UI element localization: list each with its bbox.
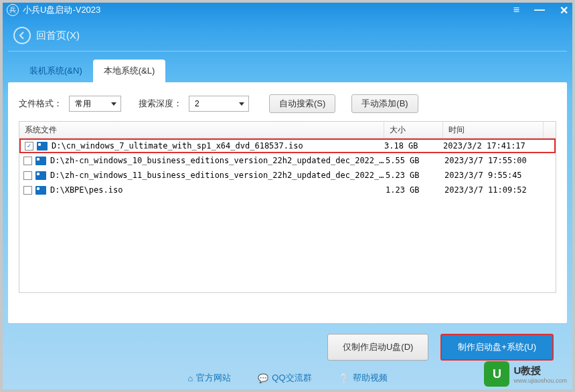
manual-add-button[interactable]: 手动添加(B) xyxy=(351,94,418,113)
home-icon: ⌂ xyxy=(187,373,193,383)
qq-label: QQ交流群 xyxy=(272,372,311,384)
table-body: D:\cn_windows_7_ultimate_with_sp1_x64_dv… xyxy=(19,138,556,292)
divider xyxy=(8,51,567,52)
row-checkbox[interactable] xyxy=(23,186,32,195)
depth-label: 搜索深度： xyxy=(139,98,182,110)
disk-icon xyxy=(35,186,46,195)
depth-value: 2 xyxy=(195,99,199,108)
watermark-badge: U xyxy=(484,361,509,387)
minimize-button[interactable]: — xyxy=(534,4,545,16)
file-path: D:\zh-cn_windows_10_business_editions_ve… xyxy=(50,156,386,165)
help-video-link[interactable]: ❔ 帮助视频 xyxy=(339,372,388,384)
table-row[interactable]: D:\XBPE\pes.iso1.23 GB2023/3/7 11:09:52 xyxy=(19,183,556,197)
help-icon: ❔ xyxy=(339,373,349,383)
file-path: D:\zh-cn_windows_11_business_editions_ve… xyxy=(50,171,386,180)
table-row[interactable]: D:\cn_windows_7_ultimate_with_sp1_x64_dv… xyxy=(19,138,556,153)
make-usb-only-button[interactable]: 仅制作启动U盘(D) xyxy=(327,334,428,361)
watermark-text-group: U教授 www.ujiaoshou.com xyxy=(513,365,567,384)
file-size: 5.23 GB xyxy=(386,171,444,180)
tab-local-system[interactable]: 本地系统(&L) xyxy=(93,60,166,82)
depth-select[interactable]: 2 xyxy=(189,96,249,112)
close-button[interactable]: ✕ xyxy=(560,4,568,17)
format-select[interactable]: 常用 xyxy=(69,96,121,112)
row-checkbox[interactable] xyxy=(25,142,33,151)
footer-buttons: 仅制作启动U盘(D) 制作启动盘+系统(U) xyxy=(8,323,567,361)
window-controls: ≡ — ✕ xyxy=(513,4,568,17)
panel: 文件格式： 常用 搜索深度： 2 自动搜索(S) 手动添加(B) 系统文件 大小… xyxy=(8,82,567,323)
format-value: 常用 xyxy=(75,98,91,110)
app-window: 兵 小兵U盘启动-V2023 ≡ — ✕ 回首页(X) 装机系统(&N) 本地系… xyxy=(0,0,575,392)
th-end xyxy=(544,122,556,138)
app-title: 小兵U盘启动-V2023 xyxy=(23,4,513,16)
file-path: D:\cn_windows_7_ultimate_with_sp1_x64_dv… xyxy=(52,141,384,151)
disk-icon xyxy=(35,157,46,165)
row-checkbox[interactable] xyxy=(23,171,32,180)
th-file[interactable]: 系统文件 xyxy=(19,122,384,138)
file-time: 2023/3/7 11:09:52 xyxy=(444,185,553,195)
auto-search-button[interactable]: 自动搜索(S) xyxy=(269,94,335,113)
menu-icon[interactable]: ≡ xyxy=(513,4,519,16)
table-row[interactable]: D:\zh-cn_windows_10_business_editions_ve… xyxy=(19,153,556,168)
file-time: 2023/3/2 17:41:17 xyxy=(443,141,552,151)
file-table: 系统文件 大小 时间 D:\cn_windows_7_ultimate_with… xyxy=(19,121,556,293)
disk-icon xyxy=(37,142,48,151)
site-label: 官方网站 xyxy=(196,372,231,384)
back-row: 回首页(X) xyxy=(0,20,575,44)
th-time[interactable]: 时间 xyxy=(443,122,544,138)
format-label: 文件格式： xyxy=(19,98,62,110)
watermark-url: www.ujiaoshou.com xyxy=(513,377,567,384)
tabs: 装机系统(&N) 本地系统(&L) xyxy=(19,60,567,82)
file-time: 2023/3/7 17:55:00 xyxy=(444,156,553,165)
make-usb-system-button[interactable]: 制作启动盘+系统(U) xyxy=(440,334,554,361)
file-size: 1.23 GB xyxy=(386,185,444,195)
content-area: 装机系统(&N) 本地系统(&L) 文件格式： 常用 搜索深度： 2 自动搜索(… xyxy=(8,60,567,361)
file-time: 2023/3/7 9:55:45 xyxy=(444,171,553,180)
watermark-name: U教授 xyxy=(513,365,567,377)
arrow-left-icon xyxy=(17,31,27,40)
qq-group-link[interactable]: 💬 QQ交流群 xyxy=(258,372,311,384)
disk-icon xyxy=(35,171,46,180)
titlebar: 兵 小兵U盘启动-V2023 ≡ — ✕ xyxy=(0,0,575,20)
official-site-link[interactable]: ⌂ 官方网站 xyxy=(187,372,231,384)
controls-row: 文件格式： 常用 搜索深度： 2 自动搜索(S) 手动添加(B) xyxy=(19,94,556,113)
table-row[interactable]: D:\zh-cn_windows_11_business_editions_ve… xyxy=(19,168,556,183)
back-label[interactable]: 回首页(X) xyxy=(36,29,80,42)
th-size[interactable]: 大小 xyxy=(384,122,443,138)
file-size: 3.18 GB xyxy=(384,141,443,151)
row-checkbox[interactable] xyxy=(23,157,32,165)
app-icon: 兵 xyxy=(7,4,19,16)
back-button[interactable] xyxy=(13,27,31,44)
file-path: D:\XBPE\pes.iso xyxy=(50,185,386,195)
watermark: U U教授 www.ujiaoshou.com xyxy=(484,361,567,387)
help-label: 帮助视频 xyxy=(353,372,388,384)
file-size: 5.55 GB xyxy=(386,156,444,165)
chat-icon: 💬 xyxy=(258,373,268,383)
tab-install-system[interactable]: 装机系统(&N) xyxy=(19,60,93,82)
table-header: 系统文件 大小 时间 xyxy=(19,122,556,138)
